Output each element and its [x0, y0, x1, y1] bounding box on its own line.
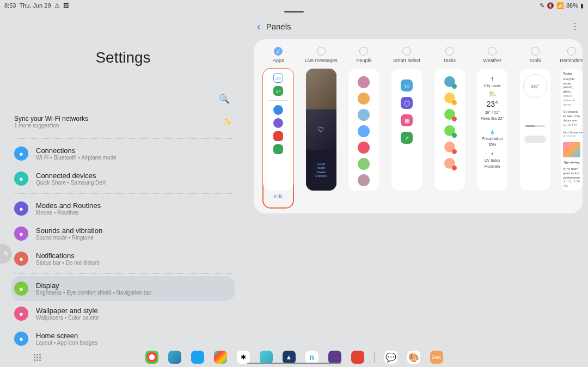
panel-preview[interactable]: 📍 City name ⛅ 23° 29° / 21° Feels like 2… — [477, 69, 507, 191]
panel-col-weather[interactable]: Weather 📍 City name ⛅ 23° 29° / 21° Feel… — [475, 47, 510, 208]
setting-icon-connections: ● — [14, 146, 28, 161]
warning-icon: ⚠ — [54, 2, 60, 9]
panel-preview[interactable]: Today Recycle paper, plastic, glass...Wh… — [561, 69, 583, 191]
setting-display[interactable]: ● DisplayBrightness • Eye comfort shield… — [11, 276, 235, 301]
setting-icon-notifications: ● — [14, 252, 28, 266]
settings-panel: Settings 🔍 Sync your Wi-Fi networks 1 mo… — [0, 11, 246, 367]
sparkle-icon: ✨ — [223, 118, 232, 126]
setting-wallpaper-style[interactable]: ● Wallpaper and styleWallpapers • Color … — [11, 301, 235, 326]
panel-radio[interactable] — [567, 47, 576, 56]
dock-play[interactable] — [214, 351, 227, 364]
setting-icon-wallpaper-style: ● — [14, 307, 28, 321]
settings-title: Settings — [11, 49, 235, 66]
notch — [284, 11, 304, 13]
setting-modes-routines[interactable]: ● Modes and RoutinesModes • Routines — [11, 196, 235, 221]
status-bar: 8:53 Thu, Jun 29 ⚠ 🖼 ✎ 🔇 📶 86% ▮ — [0, 0, 588, 11]
panel-radio[interactable] — [445, 47, 454, 56]
settings-suggestion[interactable]: Sync your Wi-Fi networks 1 more suggesti… — [11, 111, 235, 136]
dock-recent-1[interactable]: 💬 — [384, 351, 397, 364]
battery-pct: 86% — [566, 2, 578, 9]
back-button[interactable]: ‹ — [257, 20, 261, 33]
setting-notifications[interactable]: ● NotificationsStatus bar • Do not distu… — [11, 246, 235, 271]
panels-window: ‹ Panels ⋮ Apps 28 ±× Edit Live messages… — [254, 16, 583, 334]
setting-icon-display: ● — [14, 282, 28, 296]
panel-col-smart-select[interactable]: Smart select ▭ ◯ ▦ ↗ — [390, 47, 424, 208]
dock-slack[interactable]: ✱ — [237, 351, 250, 364]
setting-home-screen[interactable]: ● Home screenLayout • App icon badges — [11, 326, 235, 351]
more-menu-icon[interactable]: ⋮ — [571, 21, 579, 32]
setting-icon-modes-routines: ● — [14, 201, 28, 216]
panel-preview[interactable]: ♡ GoodNightSweetDreams — [306, 69, 336, 191]
panel-col-people[interactable]: People — [347, 47, 381, 208]
panel-preview[interactable]: ▭ ◯ ▦ ↗ — [391, 69, 422, 191]
pen-icon: ✎ — [540, 2, 544, 9]
panel-radio[interactable] — [402, 47, 411, 56]
image-icon: 🖼 — [63, 2, 69, 9]
dock-recent-3[interactable]: DeX — [430, 351, 443, 364]
dock-app-n[interactable]: n — [305, 351, 318, 364]
dock-globe[interactable] — [168, 351, 181, 364]
panel-radio[interactable] — [274, 47, 283, 56]
panel-radio[interactable] — [531, 47, 540, 56]
dock-todoist[interactable] — [351, 351, 364, 364]
panel-col-reminders[interactable]: Reminders Today Recycle paper, plastic, … — [561, 47, 583, 208]
dock-separator — [374, 352, 375, 363]
search-icon[interactable]: 🔍 — [219, 94, 230, 104]
panel-radio[interactable] — [317, 47, 326, 56]
panel-col-live-messages[interactable]: Live messages ♡ GoodNightSweetDreams — [304, 47, 339, 208]
panels-title: Panels — [266, 22, 291, 31]
wifi-icon: 📶 — [556, 2, 564, 9]
setting-icon-home-screen: ● — [14, 332, 28, 346]
panel-preview[interactable]: 28 ±× — [263, 69, 293, 191]
edit-link[interactable]: Edit — [274, 194, 283, 199]
battery-icon: ▮ — [580, 2, 584, 9]
dock-authy[interactable] — [260, 351, 273, 364]
dock-recent-2[interactable]: 🎨 — [407, 351, 420, 364]
setting-connections[interactable]: ● ConnectionsWi-Fi • Bluetooth • Airplan… — [11, 141, 235, 166]
setting-sounds-vibration[interactable]: ● Sounds and vibrationSound mode • Ringt… — [11, 221, 235, 246]
dock: ✱ ▲ n 💬 🎨 DeX — [0, 351, 588, 364]
panel-preview[interactable] — [348, 69, 379, 191]
setting-icon-connected-devices: ● — [14, 172, 28, 186]
panel-col-apps[interactable]: Apps 28 ±× Edit — [261, 47, 296, 208]
mute-icon: 🔇 — [547, 2, 554, 9]
panel-col-tasks[interactable]: Tasks — [432, 47, 467, 208]
app-drawer-icon[interactable] — [34, 354, 41, 361]
status-time: 8:53 — [4, 2, 16, 9]
panel-preview[interactable]: 330° — [520, 69, 550, 191]
dock-twitter[interactable] — [191, 351, 204, 364]
dock-chrome[interactable] — [145, 351, 158, 364]
panel-radio[interactable] — [359, 47, 368, 56]
panel-preview[interactable] — [434, 69, 465, 191]
dock-obsidian[interactable] — [328, 351, 341, 364]
status-date: Thu, Jun 29 — [19, 2, 51, 9]
dock-app-a[interactable]: ▲ — [283, 351, 296, 364]
setting-icon-sounds-vibration: ● — [14, 227, 28, 241]
setting-connected-devices[interactable]: ● Connected devicesQuick Share • Samsung… — [11, 166, 235, 191]
panel-radio[interactable] — [488, 47, 497, 56]
panel-col-tools[interactable]: Tools 330° — [518, 47, 552, 208]
